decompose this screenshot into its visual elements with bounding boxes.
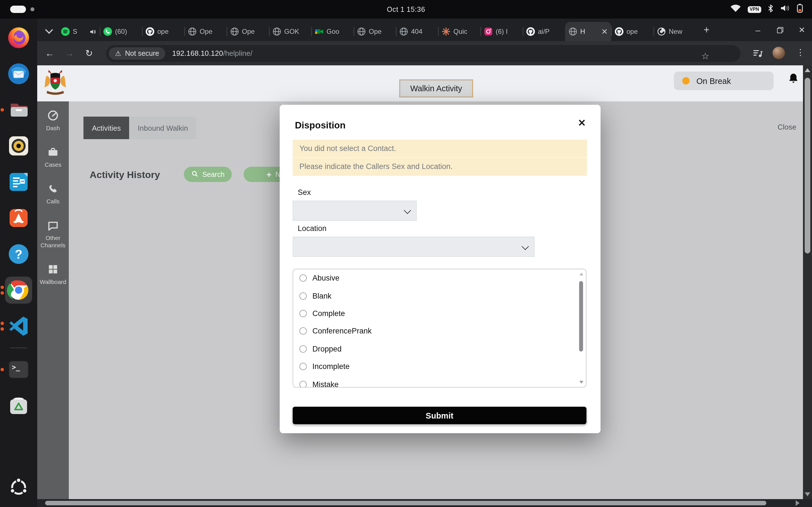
browser-tab[interactable]: H ✕ xyxy=(565,22,611,41)
browser-tab[interactable]: Ope xyxy=(227,22,269,41)
dock-item-vscode[interactable] xyxy=(5,313,32,340)
system-clock[interactable]: Oct 1 15:36 xyxy=(0,0,812,18)
radio-icon[interactable] xyxy=(299,381,307,388)
dock-item-firefox[interactable] xyxy=(5,24,32,51)
sidebar-item-wallboard[interactable]: Wallboard xyxy=(37,263,69,285)
new-tab-button[interactable]: + xyxy=(700,24,713,36)
browser-tab[interactable]: ope xyxy=(611,22,654,41)
radio-icon[interactable] xyxy=(299,310,307,317)
notifications-bell-icon[interactable] xyxy=(787,72,800,84)
disposition-option[interactable]: Incomplete xyxy=(293,358,586,376)
disposition-label: ConferencePrank xyxy=(312,327,371,335)
site-security-chip[interactable]: ⚠ Not secure xyxy=(109,47,165,59)
dock-item-files[interactable] xyxy=(5,96,32,123)
reload-button[interactable]: ↻ xyxy=(84,48,95,59)
search-button[interactable]: Search xyxy=(184,167,232,182)
list-scrollbar[interactable] xyxy=(577,270,585,386)
chat-icon xyxy=(47,219,59,234)
browser-tab[interactable]: (60) xyxy=(100,22,142,41)
dock-item-thunderbird[interactable] xyxy=(5,60,32,87)
scroll-up-icon[interactable] xyxy=(579,273,583,276)
browser-tab[interactable]: Goo xyxy=(311,22,354,41)
disposition-option[interactable]: ConferencePrank xyxy=(293,322,586,340)
sidebar-item-other-channels[interactable]: Other Channels xyxy=(37,219,69,249)
tab-search-chevron-icon[interactable] xyxy=(46,27,51,32)
scrollbar-thumb[interactable] xyxy=(805,78,810,253)
modal-title: Disposition xyxy=(295,120,346,131)
location-label: Location xyxy=(298,224,326,233)
tab-title: (6) I xyxy=(496,27,519,36)
tab-close-icon[interactable]: ✕ xyxy=(601,27,608,36)
radio-icon[interactable] xyxy=(299,292,307,299)
browser-tab[interactable]: ope xyxy=(142,22,185,41)
window-minimize-button[interactable]: – xyxy=(755,26,761,33)
close-link[interactable]: Close xyxy=(777,123,797,131)
window-controls: – ✕ xyxy=(755,18,805,41)
dock-item-trash[interactable] xyxy=(5,392,32,419)
disposition-option[interactable]: Blank xyxy=(293,287,586,305)
radio-icon[interactable] xyxy=(299,328,307,335)
horizontal-scrollbar[interactable] xyxy=(37,499,803,507)
disposition-option[interactable]: Complete xyxy=(293,305,586,323)
profile-avatar[interactable] xyxy=(772,47,785,59)
tab-title: ope xyxy=(626,27,650,36)
sidebar-item-cases[interactable]: Cases xyxy=(37,146,69,168)
vertical-scrollbar[interactable] xyxy=(803,65,812,499)
tab-title: New xyxy=(669,27,693,36)
browser-tab[interactable]: GOK xyxy=(269,22,311,41)
radio-icon[interactable] xyxy=(299,274,307,282)
page-tab-activities[interactable]: Activities xyxy=(84,117,130,139)
browser-tab[interactable]: S xyxy=(57,22,100,41)
page-tab-inbound-walkin[interactable]: Inbound Walkin xyxy=(130,117,197,139)
scroll-down-icon[interactable] xyxy=(805,492,810,496)
status-label: On Break xyxy=(696,76,731,86)
bookmark-star-icon[interactable]: ☆ xyxy=(701,52,709,61)
media-controls-icon[interactable] xyxy=(753,48,763,60)
browser-tab[interactable]: 404 xyxy=(396,22,438,41)
browser-tab[interactable]: Ope xyxy=(354,22,396,41)
agent-status-pill[interactable]: On Break xyxy=(674,71,774,90)
browser-menu-icon[interactable]: ⋮ xyxy=(796,47,805,57)
dock-item-help[interactable]: ? xyxy=(5,240,32,268)
sidebar-item-dash[interactable]: Dash xyxy=(37,109,69,131)
browser-tab[interactable]: (6) I xyxy=(480,22,523,41)
submit-button[interactable]: Submit xyxy=(293,407,587,424)
radio-icon[interactable] xyxy=(299,363,307,370)
window-restore-button[interactable] xyxy=(776,26,783,33)
meet-icon xyxy=(315,27,324,36)
scroll-up-icon[interactable] xyxy=(805,68,810,72)
disposition-label: Abusive xyxy=(312,274,340,282)
system-status-area[interactable]: VPN xyxy=(729,0,803,18)
dock-item-rhythmbox[interactable] xyxy=(5,132,32,159)
page-content: Walkin Activity On Break Dash Cases Call… xyxy=(37,65,812,507)
walkin-activity-button[interactable]: Walkin Activity xyxy=(400,80,472,97)
scrollbar-thumb[interactable] xyxy=(45,501,766,505)
browser-tab[interactable]: ai/P xyxy=(523,22,565,41)
sidebar-item-label: Wallboard xyxy=(40,278,66,285)
dock-item-libreoffice-impress[interactable] xyxy=(5,168,32,195)
show-apps-button[interactable] xyxy=(7,475,31,499)
dock-item-chrome[interactable] xyxy=(5,277,32,304)
dock-item-app-center[interactable] xyxy=(5,205,32,231)
radio-icon[interactable] xyxy=(299,345,307,353)
dock-item-terminal[interactable]: >_ xyxy=(5,356,32,383)
forward-button[interactable]: → xyxy=(64,48,75,58)
globe-icon xyxy=(188,27,197,36)
sidebar-item-calls[interactable]: Calls xyxy=(37,183,69,205)
sex-select[interactable] xyxy=(293,201,417,221)
disposition-option[interactable]: Dropped xyxy=(293,340,586,358)
location-select[interactable] xyxy=(293,237,535,257)
disposition-option[interactable]: Abusive xyxy=(293,269,586,287)
svg-text:?: ? xyxy=(15,247,22,261)
browser-tab[interactable]: New xyxy=(654,22,696,41)
address-bar[interactable]: ⚠ Not secure 192.168.10.120/helpline/ ☆ xyxy=(106,45,741,62)
browser-tab[interactable]: Ope xyxy=(185,22,227,41)
back-button[interactable]: ← xyxy=(44,48,55,58)
browser-tab[interactable]: Quic xyxy=(438,22,480,41)
scroll-right-icon[interactable] xyxy=(796,500,800,506)
window-close-button[interactable]: ✕ xyxy=(799,26,805,33)
scroll-down-icon[interactable] xyxy=(579,381,583,384)
disposition-option[interactable]: Mistake xyxy=(293,376,586,388)
scrollbar-thumb[interactable] xyxy=(579,281,583,351)
modal-close-icon[interactable]: ✕ xyxy=(578,118,586,128)
